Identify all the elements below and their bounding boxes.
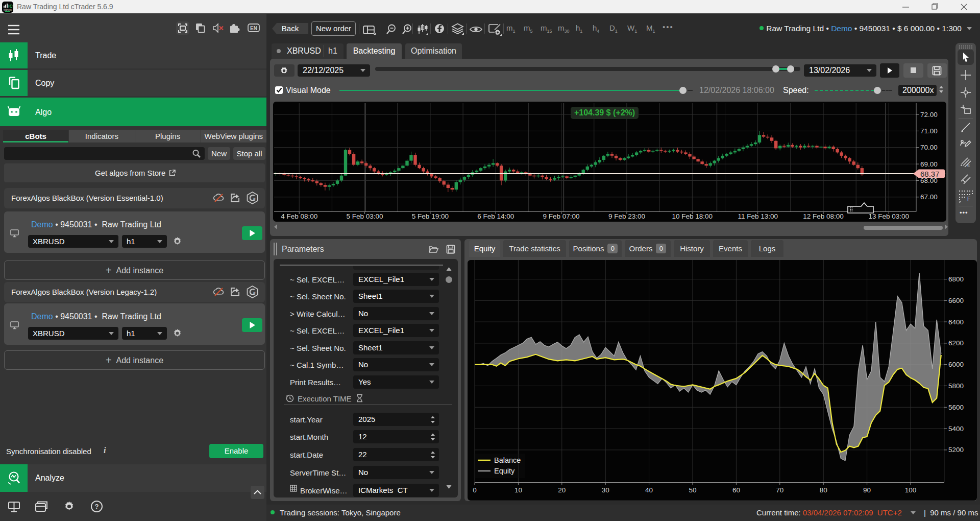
svg-text:F: F: [967, 196, 970, 202]
svg-text:6600: 6600: [948, 297, 964, 304]
svg-text:6800: 6800: [948, 275, 964, 283]
svg-text:Balance: Balance: [494, 456, 521, 464]
svg-text:Equity: Equity: [494, 467, 515, 475]
svg-text:60: 60: [732, 486, 740, 494]
svg-text:5200: 5200: [948, 446, 964, 454]
svg-text:0: 0: [473, 486, 477, 494]
svg-text:50: 50: [689, 486, 696, 494]
svg-text:É: É: [967, 163, 970, 168]
svg-text:20: 20: [558, 486, 566, 494]
svg-text:10: 10: [514, 486, 522, 494]
svg-text:6200: 6200: [948, 339, 964, 347]
svg-text:70: 70: [776, 486, 783, 494]
svg-text:5600: 5600: [948, 404, 964, 411]
svg-text:5800: 5800: [948, 382, 964, 390]
svg-text:6400: 6400: [948, 318, 964, 326]
svg-text:40: 40: [645, 486, 653, 494]
svg-text:100: 100: [905, 486, 917, 494]
svg-text:30: 30: [602, 486, 609, 494]
svg-text:90: 90: [863, 486, 871, 494]
svg-text:5400: 5400: [948, 425, 964, 433]
svg-text:6000: 6000: [948, 361, 964, 368]
svg-text:80: 80: [820, 486, 827, 494]
